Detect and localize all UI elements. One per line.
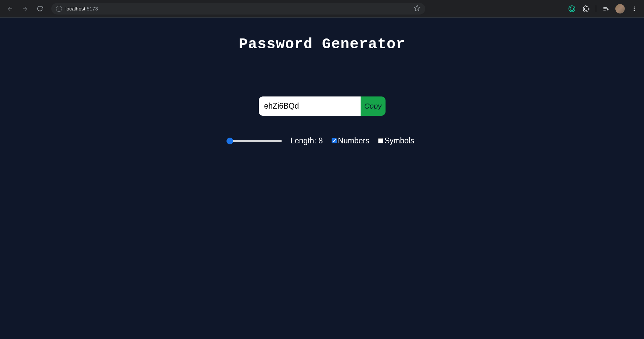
svg-point-6 bbox=[634, 8, 635, 9]
profile-avatar[interactable] bbox=[614, 3, 626, 15]
password-input[interactable] bbox=[259, 96, 361, 116]
length-slider[interactable] bbox=[230, 140, 282, 142]
media-control-icon[interactable] bbox=[600, 3, 612, 15]
browser-toolbar: i localhost:5173 bbox=[0, 0, 644, 18]
numbers-label[interactable]: Numbers bbox=[338, 136, 369, 145]
toolbar-icons bbox=[566, 3, 640, 15]
extensions-icon[interactable] bbox=[580, 3, 592, 15]
password-row: Copy bbox=[259, 96, 386, 116]
menu-icon[interactable] bbox=[628, 3, 640, 15]
svg-rect-3 bbox=[604, 8, 607, 9]
avatar bbox=[615, 4, 625, 13]
length-label-prefix: Length: bbox=[290, 136, 318, 145]
url-bar[interactable]: i localhost:5173 bbox=[51, 3, 425, 15]
svg-rect-2 bbox=[604, 7, 607, 8]
bookmark-star-icon[interactable] bbox=[414, 5, 421, 13]
symbols-checkbox[interactable] bbox=[378, 138, 383, 143]
back-button[interactable] bbox=[4, 3, 16, 15]
numbers-checkbox[interactable] bbox=[332, 138, 337, 143]
url-port: :5173 bbox=[85, 6, 98, 11]
grammarly-icon[interactable] bbox=[566, 3, 578, 15]
toolbar-divider bbox=[596, 5, 596, 12]
url-host: localhost bbox=[65, 6, 85, 11]
forward-button[interactable] bbox=[19, 3, 31, 15]
copy-button[interactable]: Copy bbox=[361, 96, 386, 116]
svg-point-5 bbox=[634, 6, 635, 7]
reload-button[interactable] bbox=[34, 3, 46, 15]
length-label: Length: 8 bbox=[290, 136, 323, 145]
symbols-checkbox-group: Symbols bbox=[378, 136, 414, 145]
site-info-icon[interactable]: i bbox=[56, 6, 62, 12]
symbols-label[interactable]: Symbols bbox=[385, 136, 414, 145]
svg-rect-4 bbox=[604, 10, 606, 10]
page-title: Password Generator bbox=[239, 36, 405, 53]
numbers-checkbox-group: Numbers bbox=[332, 136, 369, 145]
length-value: 8 bbox=[318, 136, 323, 145]
url-text: localhost:5173 bbox=[65, 6, 410, 11]
svg-point-7 bbox=[634, 10, 635, 11]
page-content: Password Generator Copy Length: 8 Number… bbox=[0, 18, 644, 339]
controls-row: Length: 8 Numbers Symbols bbox=[230, 136, 414, 145]
svg-marker-0 bbox=[415, 5, 420, 10]
